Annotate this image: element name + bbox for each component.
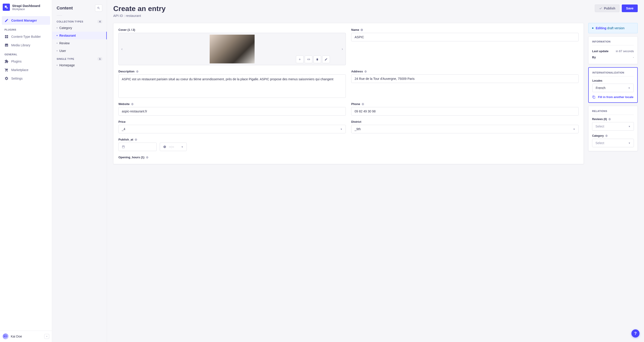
district-select[interactable]: _9th▼ (351, 125, 578, 133)
globe-icon (362, 103, 364, 106)
field-district: District _9th▼ (351, 120, 578, 133)
divider (57, 15, 62, 16)
puzzle-icon (4, 59, 8, 63)
nav-content-type-builder[interactable]: Content-Type Builder (2, 32, 50, 41)
website-label: Website (118, 102, 346, 106)
reviews-select[interactable]: Select▼ (592, 122, 634, 131)
i18n-title: INTERNATIONALIZATION (592, 71, 634, 77)
search-button[interactable] (95, 5, 102, 12)
clock-icon (163, 145, 166, 148)
chevron-down-icon: ▼ (573, 128, 575, 130)
chevron-down-icon: ▼ (181, 146, 183, 148)
cover-media-box: ‹ › (118, 33, 346, 65)
relations-panel: RELATIONS Reviews (0) Select▼ Category S… (588, 106, 638, 151)
globe-icon (608, 118, 611, 121)
main-content: Create an entry API ID : restaurant Publ… (107, 0, 644, 342)
category-select[interactable]: Select▼ (592, 139, 634, 147)
info-last-update: Last update in 87 seconds (592, 48, 634, 54)
locales-label: Locales (592, 79, 634, 82)
chevron-left-icon (46, 335, 48, 337)
globe-icon (605, 134, 608, 137)
address-input[interactable] (351, 74, 578, 83)
website-input[interactable] (118, 107, 346, 116)
publish-button[interactable]: Publish (595, 5, 620, 12)
description-textarea[interactable] (118, 74, 346, 98)
name-label: Name (351, 28, 578, 32)
side-column: Editing draft version INFORMATION Last u… (588, 23, 638, 151)
locales-select[interactable]: French▼ (592, 84, 634, 92)
check-icon (599, 7, 602, 10)
globe-icon (136, 70, 139, 73)
cover-add-button[interactable] (296, 56, 304, 63)
content-item-user[interactable]: User (52, 47, 107, 55)
globe-icon (360, 29, 363, 31)
collection-count-badge: 4 (98, 20, 102, 23)
nav-content-manager[interactable]: Content Manager (2, 16, 50, 25)
nav-settings[interactable]: Settings (2, 74, 50, 83)
cover-next-button[interactable]: › (340, 46, 344, 52)
gear-icon (4, 77, 8, 81)
reviews-label: Reviews (0) (592, 118, 634, 121)
information-title: INFORMATION (592, 40, 634, 46)
nav-marketplace[interactable]: Marketplace (2, 66, 50, 74)
help-button[interactable]: ? (632, 329, 640, 337)
description-label: Description (118, 70, 346, 73)
nav-media-library[interactable]: Media Library (2, 41, 50, 50)
globe-icon (364, 70, 367, 73)
cart-icon (4, 68, 8, 72)
phone-input[interactable] (351, 107, 578, 116)
collapse-sidebar-button[interactable] (44, 334, 49, 339)
page-subtitle: API ID : restaurant (113, 14, 166, 18)
cover-link-button[interactable] (305, 56, 312, 63)
cover-label: Cover (1 / 2) (118, 28, 346, 32)
content-item-homepage[interactable]: Homepage (52, 61, 107, 69)
svg-rect-1 (6, 7, 8, 9)
opening-hours-label: Opening_hours (1) (118, 156, 578, 159)
content-item-restaurant[interactable]: Restaurant (52, 32, 107, 39)
field-address: Address (351, 70, 578, 98)
cover-prev-button[interactable]: ‹ (120, 46, 124, 52)
field-description: Description (118, 70, 346, 98)
strapi-logo-icon (3, 4, 10, 11)
pencil-icon (4, 19, 8, 23)
price-select[interactable]: _4▼ (118, 125, 346, 133)
brand-title: Strapi Dashboard (12, 4, 40, 8)
relations-title: RELATIONS (592, 110, 634, 115)
link-icon (307, 58, 310, 61)
address-label: Address (351, 70, 578, 73)
field-name: Name (351, 28, 578, 65)
content-panel-title: Content (57, 6, 73, 11)
layout-icon (4, 35, 8, 39)
field-price: Price _4▼ (118, 120, 346, 133)
chevron-down-icon: ▼ (628, 142, 630, 144)
user-name: Kai Doe (11, 334, 22, 338)
status-banner: Editing draft version (588, 23, 638, 33)
sidebar-nav: Content Manager PLUGINS Content-Type Bui… (0, 15, 52, 330)
content-item-review[interactable]: Review (52, 39, 107, 47)
nav-plugins[interactable]: Plugins (2, 57, 50, 66)
time-picker[interactable]: --:--▼ (160, 143, 187, 151)
name-input[interactable] (351, 33, 578, 41)
cover-edit-button[interactable] (322, 56, 330, 63)
date-picker[interactable] (118, 143, 156, 151)
fill-from-locale-link[interactable]: Fill in from another locale (592, 95, 634, 99)
globe-icon (146, 156, 148, 159)
sidebar-header: Strapi Dashboard Workplace (0, 0, 52, 15)
copy-icon (592, 96, 596, 99)
user-avatar[interactable]: KD (3, 333, 8, 339)
cover-image (210, 35, 254, 63)
page-title: Create an entry (113, 5, 166, 13)
search-icon (97, 7, 100, 10)
form-card: Cover (1 / 2) ‹ › (113, 23, 584, 164)
i18n-panel: INTERNATIONALIZATION Locales French▼ Fil… (588, 67, 638, 103)
chevron-down-icon: ▼ (628, 87, 630, 89)
district-label: District (351, 120, 578, 123)
nav-section-plugins: PLUGINS (2, 25, 50, 32)
pencil-icon (324, 58, 328, 61)
cover-delete-button[interactable] (314, 56, 321, 63)
save-button[interactable]: Save (622, 5, 638, 12)
information-panel: INFORMATION Last update in 87 seconds By… (588, 37, 638, 64)
sidebar-footer: KD Kai Doe (0, 330, 52, 342)
main-sidebar: Strapi Dashboard Workplace Content Manag… (0, 0, 52, 342)
content-item-category[interactable]: Category (52, 24, 107, 32)
